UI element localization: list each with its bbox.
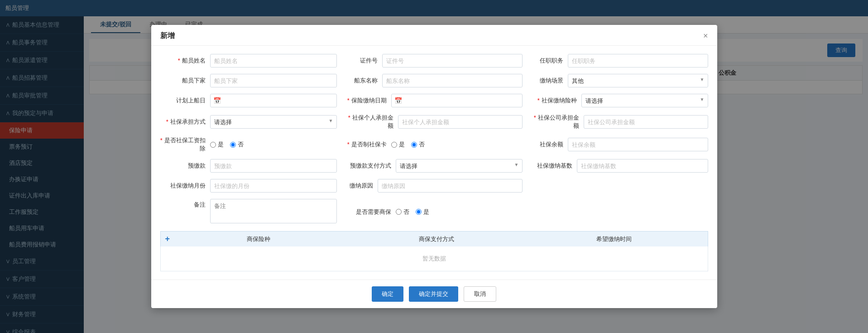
remark-label: 备注: [160, 199, 210, 209]
advance-pay-field: 请选择: [396, 159, 523, 173]
add-commercial-button[interactable]: +: [165, 234, 170, 244]
social-month-label: 社保缴纳月份: [160, 182, 210, 190]
field-social-base-group: 社保缴纳基数: [532, 159, 708, 173]
wage-deduct-no-radio[interactable]: [230, 142, 236, 148]
commercial-col-pay: 商保支付方式: [348, 235, 526, 243]
advance-label: 预缴款: [160, 162, 210, 170]
wage-deduct-label: 是否社保工资扣除: [160, 136, 210, 153]
form-row-3: 计划上船日 📅 保险缴纳日期 📅 社保缴纳险种: [160, 94, 708, 107]
social-type-select[interactable]: 请选择: [581, 94, 708, 107]
social-base-input[interactable]: [577, 159, 708, 173]
pay-scene-field: 其他 正常: [568, 74, 708, 87]
plan-date-label: 计划上船日: [160, 97, 210, 105]
pay-reason-label: 缴纳原因: [346, 182, 378, 190]
social-remain-input[interactable]: [568, 138, 708, 151]
advance-input[interactable]: [210, 159, 337, 173]
field-social-bear-group: 社保承担方式 请选择: [160, 115, 337, 129]
social-card-no-label[interactable]: 否: [411, 140, 425, 149]
social-bear-select[interactable]: 请选择: [210, 115, 337, 129]
social-company-field: [584, 115, 708, 129]
need-commercial-yes-radio[interactable]: [416, 209, 422, 215]
insurance-date-label: 保险缴纳日期: [346, 97, 391, 105]
social-remain-field: [568, 138, 708, 151]
cert-no-input[interactable]: [382, 54, 523, 68]
need-commercial-yes-label[interactable]: 是: [416, 208, 429, 216]
pay-reason-input[interactable]: [378, 179, 523, 193]
position-field: [568, 54, 708, 68]
field-social-remain-group: 社保余额: [532, 138, 708, 151]
social-card-yes-radio[interactable]: [391, 142, 397, 148]
social-remain-label: 社保余额: [532, 140, 568, 149]
wage-deduct-no-label[interactable]: 否: [230, 140, 244, 149]
commercial-table-toolbar: + 商保险种 商保支付方式 希望缴纳时间: [160, 231, 708, 246]
crew-name-label: 船员姓名: [160, 57, 210, 65]
social-type-label: 社保缴纳险种: [532, 97, 581, 105]
no-data-text: 暂无数据: [160, 246, 708, 271]
crew-home-label: 船员下家: [160, 77, 210, 85]
modal-body: 船员姓名 证件号 任职职务: [151, 46, 717, 280]
modal-footer: 确定 确定并提交 取消: [151, 280, 717, 308]
crew-home-field: [210, 74, 337, 87]
social-month-field: [210, 179, 337, 193]
pay-reason-field: [378, 179, 523, 193]
form-row-6: 预缴款 预缴款支付方式 请选择: [160, 159, 708, 173]
cert-no-label: 证件号: [346, 57, 382, 65]
crew-home-input[interactable]: [210, 74, 337, 87]
form-row-8: 备注 是否需要商保 否 是: [160, 199, 708, 225]
advance-field: [210, 159, 337, 173]
cancel-button[interactable]: 取消: [464, 286, 496, 302]
field-need-commercial-group: 是否需要商保 否 是: [346, 208, 523, 216]
social-personal-input[interactable]: [398, 115, 523, 129]
pay-scene-select[interactable]: 其他 正常: [568, 74, 708, 87]
remark-input[interactable]: [210, 199, 337, 223]
position-input[interactable]: [568, 54, 708, 68]
modal-dialog: 新增 × 船员姓名 证件号: [151, 25, 717, 308]
social-type-field: 请选择: [581, 94, 708, 107]
wage-deduct-yes-label[interactable]: 是: [210, 140, 224, 149]
confirm-submit-button[interactable]: 确定并提交: [409, 286, 458, 302]
modal-header: 新增 ×: [151, 25, 717, 46]
field-pay-scene-group: 缴纳场景 其他 正常: [532, 74, 708, 87]
wage-deduct-yes-radio[interactable]: [210, 142, 216, 148]
form-row-2: 船员下家 船东名称 缴纳场景: [160, 74, 708, 87]
field-social-personal-group: 社保个人承担金额: [346, 114, 523, 130]
need-commercial-radio-group: 否 是: [396, 208, 429, 216]
owner-name-input[interactable]: [382, 74, 523, 87]
commercial-col-time: 希望缴纳时间: [525, 235, 703, 243]
social-base-label: 社保缴纳基数: [532, 162, 577, 170]
pay-scene-select-wrap: 其他 正常: [568, 74, 708, 87]
field-cert-no-group: 证件号: [346, 54, 523, 68]
field-social-type-group: 社保缴纳险种 请选择: [532, 94, 708, 107]
modal-close-button[interactable]: ×: [703, 31, 708, 41]
field-position-group: 任职职务: [532, 54, 708, 68]
need-commercial-no-label[interactable]: 否: [396, 208, 409, 216]
plan-date-field: 📅: [210, 94, 337, 107]
social-card-label: 是否制社保卡: [346, 140, 391, 149]
modal-title: 新增: [160, 31, 175, 41]
social-bear-label: 社保承担方式: [160, 118, 210, 126]
crew-name-input[interactable]: [210, 54, 337, 68]
social-card-yes-label[interactable]: 是: [391, 140, 405, 149]
owner-name-field: [382, 74, 523, 87]
social-bear-select-wrap: 请选择: [210, 115, 337, 129]
social-card-no-radio[interactable]: [411, 142, 417, 148]
form-row-5: 是否社保工资扣除 是 否 是否制社保卡: [160, 136, 708, 153]
field-advance-group: 预缴款: [160, 159, 337, 173]
social-bear-field: 请选择: [210, 115, 337, 129]
social-personal-label: 社保个人承担金额: [346, 114, 398, 130]
insurance-date-input[interactable]: [391, 94, 523, 107]
owner-name-label: 船东名称: [346, 77, 382, 85]
social-personal-field: [398, 115, 523, 129]
social-month-input[interactable]: [210, 179, 337, 193]
field-advance-pay-group: 预缴款支付方式 请选择: [346, 159, 523, 173]
plan-date-input[interactable]: [210, 94, 337, 107]
confirm-button[interactable]: 确定: [372, 286, 403, 302]
need-commercial-no-radio[interactable]: [396, 209, 402, 215]
form-row-1: 船员姓名 证件号 任职职务: [160, 54, 708, 68]
social-type-select-wrap: 请选择: [581, 94, 708, 107]
advance-pay-select[interactable]: 请选择: [396, 159, 523, 173]
form-row-7: 社保缴纳月份 缴纳原因: [160, 179, 708, 193]
social-company-input[interactable]: [584, 115, 708, 129]
field-plan-date-group: 计划上船日 📅: [160, 94, 337, 107]
advance-pay-select-wrap: 请选择: [396, 159, 523, 173]
